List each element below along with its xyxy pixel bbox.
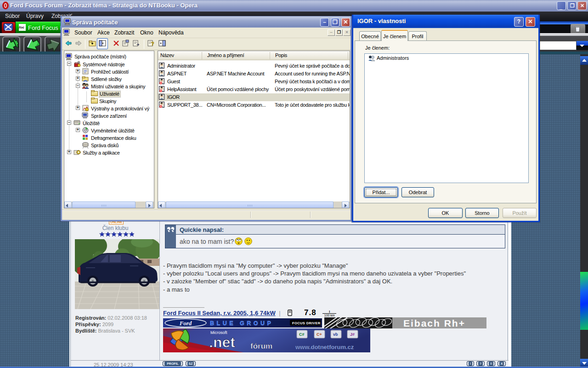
svg-text:J#: J# — [350, 332, 355, 337]
svg-text:fórum: fórum — [250, 342, 272, 351]
svg-text:C#: C# — [299, 332, 305, 337]
svg-text:www.dotnetforum.cz: www.dotnetforum.cz — [295, 344, 354, 351]
svg-text:BLUE GROUP: BLUE GROUP — [210, 320, 273, 327]
svg-text:vb: vb — [333, 332, 338, 337]
svg-text:.net: .net — [209, 334, 235, 351]
svg-text:C+: C+ — [317, 332, 322, 337]
svg-text:Eibach Rh+: Eibach Rh+ — [403, 318, 465, 328]
svg-text:FOCUS DRIVER: FOCUS DRIVER — [292, 321, 321, 325]
svg-text:?: ? — [151, 41, 154, 46]
svg-text:Ford: Ford — [179, 320, 192, 327]
